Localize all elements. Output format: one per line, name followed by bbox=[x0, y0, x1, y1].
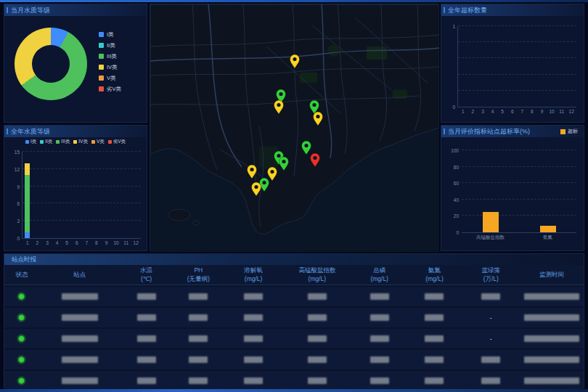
gridline bbox=[23, 168, 141, 169]
table-cell bbox=[172, 356, 224, 363]
column-header-4: 溶解氧(mg/L) bbox=[224, 266, 282, 282]
exceed-legend-label: 超标 bbox=[568, 126, 578, 137]
masked-value bbox=[62, 377, 98, 384]
status-indicator-icon bbox=[18, 314, 25, 321]
legend-item[interactable]: I类 bbox=[99, 29, 121, 40]
legend-item[interactable]: V类 bbox=[99, 73, 121, 83]
masked-value bbox=[137, 335, 156, 342]
table-row[interactable]: - bbox=[4, 329, 584, 348]
legend-item[interactable]: I类 bbox=[25, 139, 36, 145]
table-cell bbox=[352, 356, 407, 363]
masked-value bbox=[244, 356, 263, 363]
y-tick-label: 40 bbox=[454, 197, 459, 203]
x-tick-label: 10 bbox=[113, 240, 118, 245]
column-header-8: 蓝绿藻(万/L) bbox=[462, 266, 520, 282]
masked-value bbox=[189, 377, 208, 384]
table-row[interactable]: - bbox=[4, 308, 584, 327]
bar-高锰酸盐指数 bbox=[483, 212, 499, 232]
x-tick-label: 6 bbox=[75, 240, 78, 245]
status-indicator-icon bbox=[18, 335, 25, 342]
masked-value bbox=[370, 293, 389, 300]
table-cell bbox=[224, 356, 282, 363]
table-row[interactable] bbox=[4, 350, 584, 369]
legend-swatch-icon bbox=[99, 86, 104, 91]
donut-hole bbox=[32, 45, 70, 83]
table-cell bbox=[352, 377, 407, 384]
bar-氨氮 bbox=[540, 226, 556, 232]
gridline bbox=[462, 150, 576, 150]
x-tick-label: 9 bbox=[105, 240, 108, 245]
x-tick-label: 1 bbox=[26, 240, 29, 245]
x-tick-label: 7 bbox=[85, 240, 88, 245]
legend-label: I类 bbox=[30, 139, 36, 145]
column-header-2: 水温(℃) bbox=[121, 266, 173, 282]
legend-item[interactable]: V类 bbox=[91, 139, 105, 145]
x-tick-label: 5 bbox=[501, 109, 504, 114]
legend-label: V类 bbox=[97, 139, 105, 145]
stacked-bar-segment-III类 bbox=[25, 175, 30, 232]
legend-label: IV类 bbox=[78, 139, 88, 145]
table-cell bbox=[172, 335, 224, 342]
x-tick-label: 6 bbox=[511, 109, 514, 114]
column-header-5: 高锰酸盐指数(mg/L) bbox=[282, 266, 352, 282]
table-cell bbox=[407, 293, 462, 300]
masked-value bbox=[137, 377, 156, 384]
masked-value bbox=[308, 377, 327, 384]
exceed-legend[interactable]: 超标 bbox=[560, 126, 578, 137]
table-row[interactable] bbox=[4, 371, 584, 391]
legend-item[interactable]: II类 bbox=[99, 40, 121, 51]
table-cell bbox=[172, 293, 224, 300]
cell-value: - bbox=[490, 335, 492, 343]
legend-item[interactable]: IV类 bbox=[73, 139, 88, 145]
column-header-1: 站点 bbox=[39, 271, 121, 279]
table-cell bbox=[172, 314, 224, 321]
quality-class-legend: I类II类III类IV类V类劣V类 bbox=[99, 29, 121, 94]
x-tick-label: 12 bbox=[134, 240, 139, 245]
table-row[interactable] bbox=[4, 287, 584, 306]
column-header-0: 状态 bbox=[4, 271, 39, 279]
table-cell bbox=[282, 335, 352, 342]
masked-value bbox=[137, 293, 156, 300]
top-accent-bar bbox=[0, 0, 588, 2]
legend-item[interactable]: III类 bbox=[99, 51, 121, 62]
legend-item[interactable]: III类 bbox=[56, 139, 70, 145]
y-tick-label: 0 bbox=[452, 105, 455, 110]
y-tick-label: 0 bbox=[456, 230, 459, 235]
table-cell bbox=[352, 314, 407, 321]
masked-value bbox=[308, 293, 327, 300]
legend-swatch-icon bbox=[99, 65, 104, 70]
masked-value bbox=[62, 314, 98, 321]
panel-station-report: 站点时报 状态站点水温(℃)PH(无量纲)溶解氧(mg/L)高锰酸盐指数(mg/… bbox=[4, 253, 584, 388]
legend-item[interactable]: II类 bbox=[40, 139, 52, 145]
masked-value bbox=[244, 314, 263, 321]
table-cell bbox=[282, 293, 352, 300]
station-map[interactable] bbox=[150, 4, 438, 251]
legend-label: II类 bbox=[107, 42, 115, 49]
table-cell bbox=[224, 293, 282, 300]
table-cell bbox=[39, 314, 121, 321]
table-cell bbox=[121, 314, 173, 321]
masked-value bbox=[425, 314, 444, 321]
legend-label: III类 bbox=[107, 53, 117, 60]
legend-item[interactable]: 劣V类 bbox=[108, 139, 126, 145]
x-tick-label: 4 bbox=[56, 240, 59, 245]
y-tick-label: 0 bbox=[17, 236, 20, 241]
legend-label: IV类 bbox=[107, 64, 118, 71]
table-cell bbox=[282, 314, 352, 321]
table-cell bbox=[407, 377, 462, 384]
legend-item[interactable]: 劣V类 bbox=[99, 83, 121, 94]
masked-value bbox=[308, 314, 327, 321]
legend-swatch-icon bbox=[99, 32, 104, 37]
x-tick-label: 10 bbox=[549, 109, 554, 114]
annual-grade-bar-chart: 03691215123456789101112 bbox=[22, 152, 141, 239]
table-title: 站点时报 bbox=[4, 254, 584, 265]
masked-value bbox=[370, 335, 389, 342]
panel-monthly-exceed-rate: 当月评价指标站点超标率(%) 超标 020406080100高锰酸盐指数氨氮 bbox=[441, 125, 584, 251]
masked-value bbox=[308, 335, 327, 342]
table-cell bbox=[121, 356, 173, 363]
x-tick-label: 3 bbox=[481, 109, 484, 114]
legend-swatch-icon bbox=[25, 140, 29, 144]
masked-value bbox=[62, 356, 98, 363]
y-tick-label: 15 bbox=[15, 150, 20, 155]
legend-item[interactable]: IV类 bbox=[99, 62, 121, 73]
